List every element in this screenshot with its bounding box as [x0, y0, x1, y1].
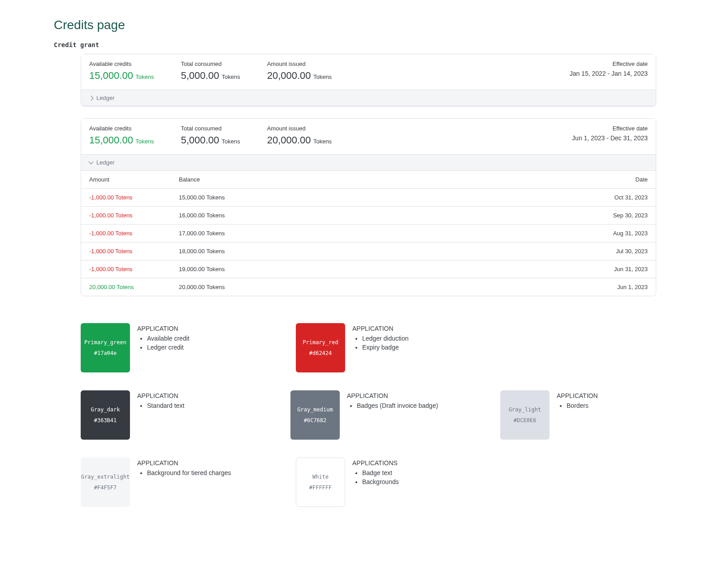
ledger-date: Jun 1, 2023	[585, 284, 648, 290]
metric-value: 5,000.00 Tokens	[181, 70, 240, 82]
ledger-amount: -1,000.00 Totens	[89, 194, 179, 201]
date-label: Effective date	[570, 61, 648, 67]
col-balance: Balance	[179, 176, 585, 183]
swatch-hex: #DCE0E6	[514, 416, 537, 424]
application-list: Standard text	[137, 402, 184, 409]
ledger-table-header: AmountBalanceDate	[81, 171, 656, 188]
ledger-amount: -1,000.00 Totens	[89, 266, 179, 272]
grant-summary: Available credits15,000.00 TokensTotal c…	[81, 119, 656, 154]
swatch-info: APPLICATIONBackground for tiered charges	[137, 458, 231, 478]
application-list: Badge textBackgrounds	[352, 469, 399, 485]
ledger-date: Sep 30, 2023	[585, 212, 648, 219]
application-list: Ledger diductionExpiry badge	[352, 335, 409, 351]
swatch-row: Gray_extralight#F4F5F7APPLICATIONBackgro…	[81, 458, 656, 507]
ledger-label: Ledger	[96, 95, 114, 101]
list-item: Standard text	[147, 402, 184, 409]
application-list: Badges (Draft invoice badge)	[347, 402, 438, 409]
swatch-name: Gray_medium	[297, 406, 333, 414]
metric: Available credits15,000.00 Tokens	[89, 125, 154, 146]
application-label: APPLICATION	[137, 392, 184, 399]
swatch-block: White#FFFFFFAPPLICATIONSBadge textBackgr…	[296, 458, 457, 507]
ledger-toggle[interactable]: Ledger	[81, 90, 656, 106]
application-label: APPLICATION	[347, 392, 438, 399]
application-label: APPLICATION	[137, 459, 231, 467]
ledger-balance: 16,000.00 Tokens	[179, 212, 585, 219]
list-item: Ledger credit	[147, 344, 190, 351]
swatch-name: Gray_light	[509, 406, 541, 414]
swatch-block: Gray_light#DCE0E6APPLICATIONBorders	[500, 390, 656, 440]
ledger-amount: -1,000.00 Totens	[89, 230, 179, 237]
metric-unit: Tokens	[312, 74, 332, 80]
color-swatch: White#FFFFFF	[296, 458, 345, 507]
swatch-info: APPLICATIONBorders	[557, 390, 598, 411]
swatch-hex: #d62424	[309, 349, 332, 357]
swatch-hex: #6C7682	[304, 416, 327, 424]
grant-summary: Available credits15,000.00 TokensTotal c…	[81, 54, 656, 90]
swatch-name: Gray_dark	[91, 406, 120, 414]
ledger-row: -1,000.00 Totens16,000.00 TokensSep 30, …	[81, 206, 656, 224]
ledger-balance: 19,000.00 Tokens	[179, 266, 585, 272]
swatch-block: Gray_dark#363B41APPLICATIONStandard text	[81, 390, 237, 440]
ledger-balance: 17,000.00 Tokens	[179, 230, 585, 237]
metric-unit: Tokens	[312, 138, 332, 145]
metric-unit: Tokens	[220, 74, 240, 80]
metric-value: 15,000.00 Tokens	[89, 70, 154, 82]
metric-unit: Tokens	[134, 74, 154, 80]
swatch-name: Primary_red	[303, 338, 338, 346]
application-label: APPLICATION	[557, 392, 598, 399]
swatch-row: Gray_dark#363B41APPLICATIONStandard text…	[81, 390, 656, 440]
metric-label: Available credits	[89, 125, 154, 132]
swatch-block: Primary_red#d62424APPLICATIONLedger didu…	[296, 323, 457, 372]
swatch-info: APPLICATIONSBadge textBackgrounds	[352, 458, 399, 487]
metric: Available credits15,000.00 Tokens	[89, 61, 154, 82]
metric-label: Available credits	[89, 61, 154, 67]
color-swatch: Gray_dark#363B41	[81, 390, 130, 440]
ledger-row: 20,000.00 Totens20,000.00 TokensJun 1, 2…	[81, 278, 656, 296]
swatch-info: APPLICATIONBadges (Draft invoice badge)	[347, 390, 438, 411]
chevron-down-icon	[88, 159, 93, 164]
ledger-toggle[interactable]: Ledger	[81, 154, 656, 171]
metric-value: 20,000.00 Tokens	[267, 134, 332, 146]
ledger-row: -1,000.00 Totens17,000.00 TokensAug 31, …	[81, 224, 656, 242]
page-title: Credits page	[54, 18, 656, 32]
ledger-date: Jun 31, 2023	[585, 266, 648, 272]
date-value: Jan 15, 2022 - Jan 14, 2023	[570, 70, 648, 77]
swatch-hex: #F4F5F7	[94, 484, 117, 492]
list-item: Badge text	[362, 469, 399, 476]
application-list: Background for tiered charges	[137, 469, 231, 476]
color-swatch: Primary_green#17a04e	[81, 323, 130, 372]
color-swatch: Gray_extralight#F4F5F7	[81, 458, 130, 507]
application-label: APPLICATION	[352, 325, 409, 332]
ledger-date: Oct 31, 2023	[585, 194, 648, 201]
swatch-info: APPLICATIONAvailable creditLedger credit	[137, 323, 190, 353]
ledger-amount: -1,000.00 Totens	[89, 212, 179, 219]
metric: Amount issued20,000.00 Tokens	[267, 125, 332, 146]
swatch-row: Primary_green#17a04eAPPLICATIONAvailable…	[81, 323, 656, 372]
swatch-name: Gray_extralight	[81, 473, 130, 481]
swatch-info: APPLICATIONLedger diductionExpiry badge	[352, 323, 409, 353]
ledger-row: -1,000.00 Totens18,000.00 TokensJul 30, …	[81, 242, 656, 260]
metric-label: Amount issued	[267, 61, 332, 67]
list-item: Background for tiered charges	[147, 469, 231, 476]
swatch-hex: #17a04e	[94, 349, 117, 357]
metric-unit: Tokens	[220, 138, 240, 145]
credit-grant-card: Available credits15,000.00 TokensTotal c…	[81, 54, 656, 107]
metric: Total consumed5,000.00 Tokens	[181, 61, 240, 82]
ledger-date: Aug 31, 2023	[585, 230, 648, 237]
application-list: Borders	[557, 402, 598, 409]
list-item: Borders	[567, 402, 598, 409]
ledger-label: Ledger	[96, 159, 114, 166]
ledger-balance: 15,000.00 Tokens	[179, 194, 585, 201]
ledger-date: Jul 30, 2023	[585, 248, 648, 255]
list-item: Expiry badge	[362, 344, 409, 351]
metric-value: 5,000.00 Tokens	[181, 134, 240, 146]
color-swatch: Gray_medium#6C7682	[290, 390, 340, 440]
metric: Amount issued20,000.00 Tokens	[267, 61, 332, 82]
credit-grant-card: Available credits15,000.00 TokensTotal c…	[81, 118, 656, 296]
col-date: Date	[585, 176, 648, 183]
effective-date: Effective dateJan 15, 2022 - Jan 14, 202…	[570, 61, 648, 82]
swatch-block: Primary_green#17a04eAPPLICATIONAvailable…	[81, 323, 242, 372]
swatch-info: APPLICATIONStandard text	[137, 390, 184, 411]
swatch-block: Gray_medium#6C7682APPLICATIONBadges (Dra…	[290, 390, 446, 440]
swatch-name: Primary_green	[84, 338, 126, 346]
